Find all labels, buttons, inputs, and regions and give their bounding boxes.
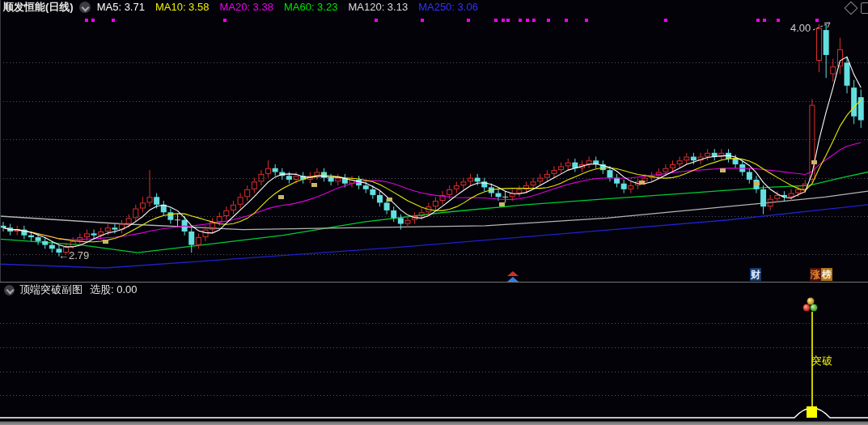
panel-splitter-handle[interactable] [507,271,519,282]
low-price-annotation: ←2.79 [58,249,89,261]
kline-chart-canvas[interactable] [0,0,868,425]
ma10-label: MA10: 3.58 [155,0,210,15]
diamond-icon[interactable] [845,2,858,15]
chevron-down-icon[interactable] [79,2,91,13]
splitter-up-arrow-icon [507,271,519,276]
high-price-arrow-icon [811,19,834,32]
trading-app-window: 顺发恒能(日线) MA5: 3.71 MA10: 3.58 MA20: 3.38… [0,0,868,425]
ma120-label: MA120: 3.13 [348,0,408,15]
ma5-label: MA5: 3.71 [97,0,145,15]
gainers-badge-char2[interactable]: 榜 [821,268,832,281]
window-icon[interactable] [861,2,868,14]
high-price-annotation: 4.00 [790,22,811,34]
main-chart-header: 顺发恒能(日线) MA5: 3.71 MA10: 3.58 MA20: 3.38… [0,0,868,15]
bottom-resize-strip[interactable] [0,421,868,425]
finance-badge-label[interactable]: 财 [750,268,761,281]
finance-badge[interactable]: 财 [750,268,761,281]
sub-chevron-down-icon[interactable] [4,285,15,295]
sub-indicator-value: 选股: 0.00 [90,283,138,297]
ma20-label: MA20: 3.38 [219,0,273,15]
breakout-signal-label: 突破 [811,354,832,368]
ma250-label: MA250: 3.06 [418,0,478,15]
sub-indicator-title: 顶端突破副图 [19,283,83,297]
gainers-badge[interactable]: 涨 榜 [810,268,832,281]
header-icons [846,2,866,14]
sub-panel-header: 顶端突破副图 选股: 0.00 [0,283,138,296]
left-border [0,0,1,282]
stock-title: 顺发恒能(日线) [0,0,74,15]
ma60-label: MA60: 3.23 [284,0,338,15]
gainers-badge-char1[interactable]: 涨 [810,268,821,281]
